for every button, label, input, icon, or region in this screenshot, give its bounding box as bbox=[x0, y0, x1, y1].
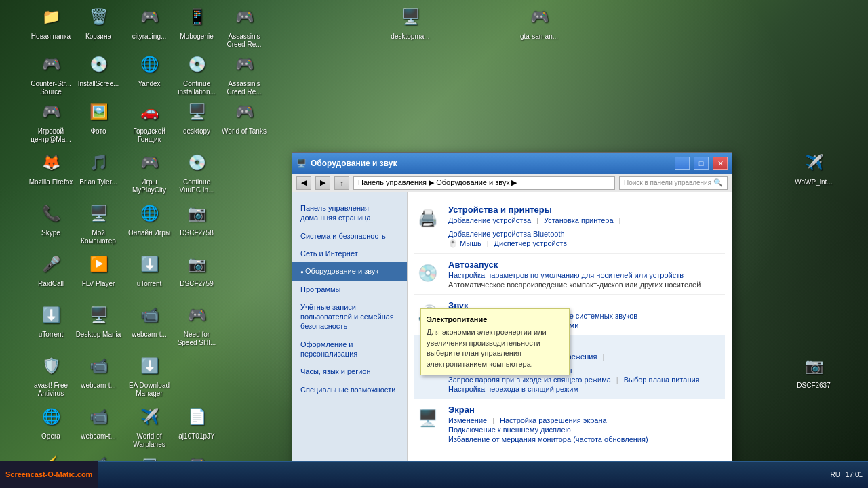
desktop-icon-avast[interactable]: 🛡️ avast! Free Antivirus bbox=[27, 352, 75, 398]
desktop-icon-aj10t01pjy[interactable]: 📄 aj10T01pJY bbox=[173, 403, 220, 441]
screen-change-link[interactable]: Изменение bbox=[448, 416, 487, 424]
desktop-icon-igrovoy[interactable]: 🎮 Игровой центр@Ма... bbox=[27, 98, 75, 144]
icon-image: 💿 bbox=[183, 51, 210, 78]
add-device-link[interactable]: Добавление устройства bbox=[448, 216, 531, 224]
desktop-icon-continue-inst[interactable]: 💿 Continue installation... bbox=[173, 51, 220, 96]
maximize-button[interactable]: □ bbox=[694, 157, 709, 170]
desktop-icon-webcam-t-3[interactable]: 📹 webcam-t... bbox=[75, 403, 122, 441]
tooltip-text: Для экономии электроэнергии или увеличен… bbox=[427, 327, 564, 369]
icon-label: Корзина bbox=[75, 33, 122, 41]
mouse-link[interactable]: 🖱️ Мышь bbox=[448, 239, 481, 248]
desktop-icon-raidcall[interactable]: 🎤 RaidCall bbox=[27, 251, 75, 288]
desktop-icon-utorrent-1[interactable]: ⬇️ uTorrent bbox=[125, 251, 173, 288]
desktop-icon-assassin-creed-1[interactable]: 🎮 Assassin's Creed Re... bbox=[220, 3, 268, 49]
desktop: 📁 Новая папка 🗑️ Корзина 🎮 cityracing...… bbox=[0, 0, 868, 488]
desktop-icon-wowp[interactable]: ✈️ WoWP_int... bbox=[790, 149, 837, 186]
screen-title[interactable]: Экран bbox=[448, 405, 725, 415]
power-sleep-links: Настройка перехода в спящий режим bbox=[448, 385, 725, 393]
system-clock[interactable]: 17:01 bbox=[846, 470, 863, 479]
icon-image: ▶️ bbox=[85, 251, 112, 278]
icon-label: cityracing... bbox=[125, 33, 173, 41]
desktop-icon-moy-komputer[interactable]: 🖥️ Мой Компьютер bbox=[75, 200, 122, 245]
search-box[interactable]: Поиск в панели управления 🔍 bbox=[619, 176, 728, 190]
icon-label: webcam-t... bbox=[75, 382, 122, 390]
icon-image: 📷 bbox=[183, 200, 210, 227]
icon-label: DSCF2637 bbox=[790, 382, 837, 390]
icon-image: 📹 bbox=[85, 403, 112, 430]
close-button[interactable]: ✕ bbox=[713, 157, 728, 170]
nav-hardware[interactable]: Оборудование и звук bbox=[292, 262, 407, 280]
up-button[interactable]: ↑ bbox=[334, 176, 349, 190]
desktop-icon-dscf2758[interactable]: 📷 DSCF2758 bbox=[173, 200, 220, 237]
desktop-icon-need-for-speed[interactable]: 🎮 Need for Speed SHI... bbox=[173, 302, 220, 347]
icon-label: EA Download Manager bbox=[125, 382, 173, 398]
desktop-icon-webcam-t-1[interactable]: 📹 webcam-t... bbox=[125, 302, 173, 339]
desktop-icon-dscf2637[interactable]: 📷 DSCF2637 bbox=[790, 352, 837, 390]
desktop-icon-installscreen[interactable]: 💿 InstallScree... bbox=[75, 51, 122, 88]
desktop-icon-mobogenie[interactable]: 📱 Mobogenie bbox=[173, 3, 220, 41]
desktop-icon-igry[interactable]: 🎮 Игры MyPlayCity bbox=[125, 149, 173, 195]
desktop-icon-desktopy[interactable]: 🖥️ desktopy bbox=[173, 98, 220, 136]
nav-clock[interactable]: Часы, язык и регион bbox=[292, 363, 407, 380]
address-path[interactable]: Панель управления ▶ Оборудование и звук … bbox=[353, 176, 615, 190]
desktop-icon-skype[interactable]: 📞 Skype bbox=[27, 200, 75, 237]
screen-icon: 🖥️ bbox=[414, 405, 441, 432]
minimize-button[interactable]: _ bbox=[675, 157, 690, 170]
autorun-title[interactable]: Автозапуск bbox=[448, 260, 725, 270]
desktop-icon-korzina[interactable]: 🗑️ Корзина bbox=[75, 3, 122, 41]
nav-appearance[interactable]: Оформление и персонализация bbox=[292, 336, 407, 363]
add-bluetooth-link[interactable]: Добавление устройства Bluetooth bbox=[448, 230, 565, 238]
nav-programs[interactable]: Программы bbox=[292, 281, 407, 298]
desktop-icon-opera[interactable]: 🌐 Opera bbox=[27, 403, 75, 441]
sleep-settings-link[interactable]: Настройка перехода в спящий режим bbox=[448, 385, 578, 393]
device-manager-link[interactable]: Диспетчер устройств bbox=[494, 239, 568, 248]
nav-network[interactable]: Сеть и Интернет bbox=[292, 245, 407, 262]
icon-image: 🗑️ bbox=[85, 3, 112, 30]
desktop-icon-world-of-tanks[interactable]: 🎮 World of Tanks bbox=[220, 98, 268, 136]
desktop-icon-mozilla[interactable]: 🦊 Mozilla Firefox bbox=[27, 149, 75, 186]
icon-label: Continue VuuPC In... bbox=[173, 178, 220, 195]
install-printer-link[interactable]: Установка принтера bbox=[544, 216, 614, 224]
desktop-icon-webcam-t-2[interactable]: 📹 webcam-t... bbox=[75, 352, 122, 390]
nav-accounts[interactable]: Учётные записи пользователей и семейная … bbox=[292, 298, 407, 336]
desktop-icon-yandex[interactable]: 🌐 Yandex bbox=[125, 51, 173, 88]
desktop-icon-cityracing[interactable]: 🎮 cityracing... bbox=[125, 3, 173, 41]
icon-image: 🎮 bbox=[136, 3, 163, 30]
desktop-icon-brian-tyler[interactable]: 🎵 Brian Tyler... bbox=[75, 149, 122, 186]
back-button[interactable]: ◀ bbox=[296, 176, 311, 190]
desktop-icon-dscf2759[interactable]: 📷 DSCF2759 bbox=[173, 251, 220, 288]
desktop-icon-counter-strike[interactable]: 🎮 Counter-Str... Source bbox=[27, 51, 75, 96]
forward-button[interactable]: ▶ bbox=[315, 176, 330, 190]
taskbar: Screencast-O-Matic.com S ⊞ e 📁 RU 17:01 bbox=[0, 461, 868, 488]
password-wakeup-link[interactable]: Запрос пароля при выходе из спящего режи… bbox=[448, 375, 611, 384]
desktop-icon-gta-san-an[interactable]: 🎮 gta-san-an... bbox=[515, 3, 563, 41]
desktop-icon-continue-vuupc[interactable]: 💿 Continue VuuPC In... bbox=[173, 149, 220, 195]
nav-accessibility[interactable]: Специальные возможности bbox=[292, 381, 407, 399]
desktop-icon-novaya-papka[interactable]: 📁 Новая папка bbox=[27, 3, 75, 41]
icon-image: 🖼️ bbox=[85, 98, 112, 125]
desktop-icon-world-warplanes[interactable]: ✈️ World of Warplanes bbox=[125, 403, 173, 449]
resolution-link[interactable]: Настройка разрешения экрана bbox=[500, 416, 607, 424]
icon-image: 🌐 bbox=[37, 403, 64, 430]
desktop-icon-onlayn-igry[interactable]: 🌐 Онлайн Игры bbox=[125, 200, 173, 237]
autorun-settings-link[interactable]: Настройка параметров по умолчанию для но… bbox=[448, 271, 684, 279]
icon-image: 🖥️ bbox=[397, 3, 424, 30]
desktop-icon-flv-player[interactable]: ▶️ FLV Player bbox=[75, 251, 122, 288]
desktop-icon-desktop-mania[interactable]: 🖥️ Desktop Mania bbox=[75, 302, 122, 339]
desktop-icon-desktopma[interactable]: 🖥️ desktopma... bbox=[387, 3, 434, 41]
icon-label: Игровой центр@Ма... bbox=[27, 127, 75, 144]
nav-security[interactable]: Система и безопасность bbox=[292, 227, 407, 245]
power-sub-links: Запрос пароля при выходе из спящего режи… bbox=[448, 375, 725, 384]
refresh-rate-link[interactable]: Избавление от мерцания монитора (частота… bbox=[448, 435, 648, 443]
icon-image: 🖥️ bbox=[85, 302, 112, 329]
desktop-icon-gorodskoy[interactable]: 🚗 Городской Гонщик bbox=[125, 98, 173, 144]
desktop-icon-ea-download[interactable]: ⬇️ EA Download Manager bbox=[125, 352, 173, 398]
external-display-link[interactable]: Подключение к внешнему дисплею bbox=[448, 426, 571, 434]
devices-title[interactable]: Устройства и принтеры bbox=[448, 205, 725, 215]
desktop-icon-utorrent-2[interactable]: ⬇️ uTorrent bbox=[27, 302, 75, 339]
choose-plan-link[interactable]: Выбор плана питания bbox=[624, 375, 700, 384]
tray-language[interactable]: RU bbox=[831, 471, 840, 479]
desktop-icon-foto[interactable]: 🖼️ Фото bbox=[75, 98, 122, 136]
desktop-icon-assassin-creed-2[interactable]: 🎮 Assassin's Creed Re... bbox=[220, 51, 268, 96]
nav-home[interactable]: Панель управления - домашняя страница bbox=[292, 199, 407, 227]
